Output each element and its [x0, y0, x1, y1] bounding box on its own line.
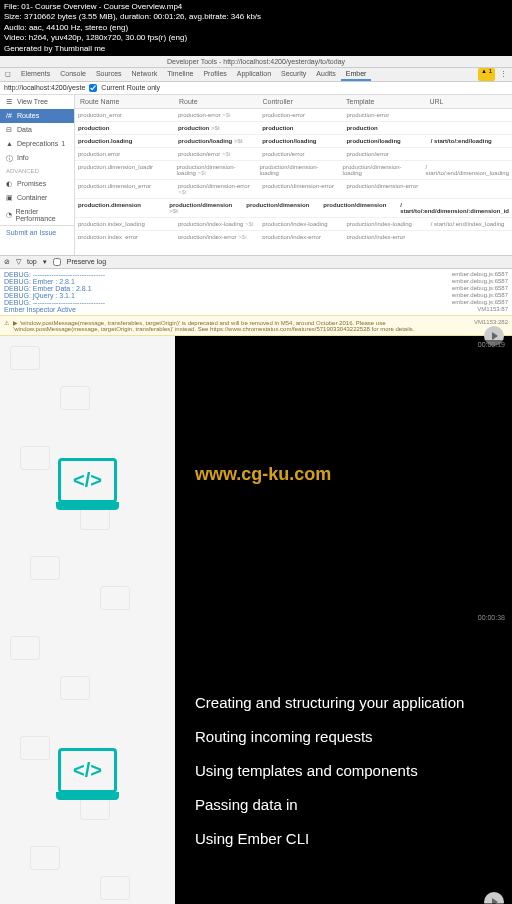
bullet-2: Routing incoming requests	[195, 722, 492, 752]
table-row[interactable]: production.dimensionproduction/dimension…	[75, 199, 512, 218]
video-frame-2: </> Creating and structuring your applic…	[0, 626, 512, 904]
route-icon: /#	[6, 112, 14, 120]
preserve-log-label: Preserve log	[67, 258, 106, 265]
table-row[interactable]: production.index_loadingproduction/index…	[75, 218, 512, 231]
console-line: DEBUG: -------------------------------em…	[4, 299, 508, 306]
meta-size: Size: 3710662 bytes (3.55 MiB), duration…	[4, 12, 508, 22]
sidebar-item-routes[interactable]: /#Routes	[0, 109, 74, 123]
route-table-body[interactable]: production_errorproduction-error >$tprod…	[75, 109, 512, 239]
sidebar-item-render-perf[interactable]: ◔Render Performance	[0, 205, 74, 225]
code-icon-2: </>	[58, 748, 117, 793]
tab-security[interactable]: Security	[276, 68, 311, 81]
table-row[interactable]: production.index_errorproduction/index-e…	[75, 231, 512, 239]
watermark: www.cg-ku.com	[195, 456, 331, 492]
console-line: DEBUG: jQuery : 3.1.1ember.debug.js:6587	[4, 292, 508, 299]
sidebar-section-advanced: ADVANCED	[0, 165, 74, 177]
tab-application[interactable]: Application	[232, 68, 276, 81]
metadata-panel: File: 01- Course Overview - Course Overv…	[0, 0, 512, 56]
slide-right-pane: www.cg-ku.com	[175, 336, 512, 626]
tab-console[interactable]: Console	[55, 68, 91, 81]
devtools-title-bar: Developer Tools - http://localhost:4200/…	[0, 56, 512, 68]
console-scope-dropdown[interactable]: top	[27, 258, 37, 265]
sidebar-item-submit-issue[interactable]: Submit an Issue	[0, 225, 74, 239]
meta-file: File: 01- Course Overview - Course Overv…	[4, 2, 508, 12]
col-route-name: Route Name	[77, 97, 176, 106]
sidebar-item-promises[interactable]: ◐Promises	[0, 177, 74, 191]
warning-icon: ⚠	[4, 319, 9, 332]
bullet-4: Passing data in	[195, 790, 492, 820]
console-line: DEBUG: Ember Data : 2.8.1ember.debug.js:…	[4, 285, 508, 292]
route-table-header: Route Name Route Controller Template URL	[75, 95, 512, 109]
tree-icon: ☰	[6, 98, 14, 106]
console-line: DEBUG: Ember : 2.8.1ember.debug.js:6587	[4, 278, 508, 285]
sidebar-item-info[interactable]: ⓘInfo	[0, 151, 74, 165]
console-line: Ember Inspector ActiveVM1153:87	[4, 306, 508, 313]
bullet-1: Creating and structuring your applicatio…	[195, 688, 492, 718]
promise-icon: ◐	[6, 180, 14, 188]
tab-elements[interactable]: Elements	[16, 68, 55, 81]
console-warning: ⚠ ▶ 'window.postMessage(message, transfe…	[0, 315, 512, 336]
code-icon: </>	[58, 458, 117, 503]
url-bar: http://localhost:4200/yeste Current Rout…	[0, 82, 512, 95]
slide-left-pane: </>	[0, 336, 175, 626]
inspect-icon[interactable]: ◻	[0, 68, 16, 81]
sidebar-item-container[interactable]: ▣Container	[0, 191, 74, 205]
slide-left-pane-2: </>	[0, 626, 175, 904]
tab-profiles[interactable]: Profiles	[198, 68, 231, 81]
tab-ember[interactable]: Ember	[341, 68, 372, 81]
devtools-tabs: ◻ Elements Console Sources Network Timel…	[0, 68, 512, 82]
current-route-checkbox[interactable]	[89, 84, 97, 92]
table-row[interactable]: productionproduction >$tproductionproduc…	[75, 122, 512, 135]
container-icon: ▣	[6, 194, 14, 202]
sidebar-item-data[interactable]: ⊟Data	[0, 123, 74, 137]
warn-icon: ▲	[6, 140, 14, 148]
bullet-5: Using Ember CLI	[195, 824, 492, 854]
more-icon[interactable]: ⋮	[495, 68, 512, 81]
perf-icon: ◔	[6, 211, 12, 219]
table-row[interactable]: production_errorproduction-error >$tprod…	[75, 109, 512, 122]
timestamp-1: 00:00:19	[475, 340, 508, 349]
current-route-label: Current Route only	[101, 84, 160, 91]
warning-text: ▶ 'window.postMessage(message, transfera…	[13, 319, 470, 332]
console-line: DEBUG: -------------------------------em…	[4, 271, 508, 278]
meta-audio: Audio: aac, 44100 Hz, stereo (eng)	[4, 23, 508, 33]
bullet-3: Using templates and components	[195, 756, 492, 786]
col-template: Template	[343, 97, 427, 106]
console-header: ⊘ ▽ top ▾ Preserve log	[0, 255, 512, 269]
slide-right-pane-2: Creating and structuring your applicatio…	[175, 626, 512, 904]
sidebar-item-deprecations[interactable]: ▲Deprecations 1	[0, 137, 74, 151]
info-icon: ⓘ	[6, 154, 14, 162]
ember-sidebar: ☰View Tree /#Routes ⊟Data ▲Deprecations …	[0, 95, 75, 255]
col-controller: Controller	[260, 97, 344, 106]
console-body[interactable]: DEBUG: -------------------------------em…	[0, 269, 512, 315]
tab-network[interactable]: Network	[127, 68, 163, 81]
tab-timeline[interactable]: Timeline	[162, 68, 198, 81]
warning-count-badge[interactable]: ▲ 1	[478, 68, 495, 81]
table-row[interactable]: production.errorproduction/error >$tprod…	[75, 148, 512, 161]
devtools-title: Developer Tools - http://localhost:4200/…	[167, 58, 345, 65]
tab-sources[interactable]: Sources	[91, 68, 127, 81]
url-text: http://localhost:4200/yeste	[4, 84, 85, 91]
filter-icon[interactable]: ▽	[16, 258, 21, 266]
table-row[interactable]: production.dimension_errorproduction/dim…	[75, 180, 512, 199]
meta-video: Video: h264, yuv420p, 1280x720, 30.00 fp…	[4, 33, 508, 43]
sidebar-item-view-tree[interactable]: ☰View Tree	[0, 95, 74, 109]
timestamp-2: 00:00:38	[475, 613, 508, 622]
col-route: Route	[176, 97, 260, 106]
tab-audits[interactable]: Audits	[311, 68, 340, 81]
route-table-area: Route Name Route Controller Template URL…	[75, 95, 512, 255]
table-row[interactable]: production.dimension_loadirproduction/di…	[75, 161, 512, 180]
video-frame-1: 00:00:19 </> www.cg-ku.com 00:00:38	[0, 336, 512, 626]
data-icon: ⊟	[6, 126, 14, 134]
ember-inspector-panel: ☰View Tree /#Routes ⊟Data ▲Deprecations …	[0, 95, 512, 255]
dropdown-icon[interactable]: ▾	[43, 258, 47, 266]
clear-icon[interactable]: ⊘	[4, 258, 10, 266]
col-url: URL	[427, 97, 511, 106]
meta-generated: Generated by Thumbnail me	[4, 44, 508, 54]
preserve-log-checkbox[interactable]	[53, 258, 61, 266]
table-row[interactable]: production.loadingproduction/loading >$t…	[75, 135, 512, 148]
